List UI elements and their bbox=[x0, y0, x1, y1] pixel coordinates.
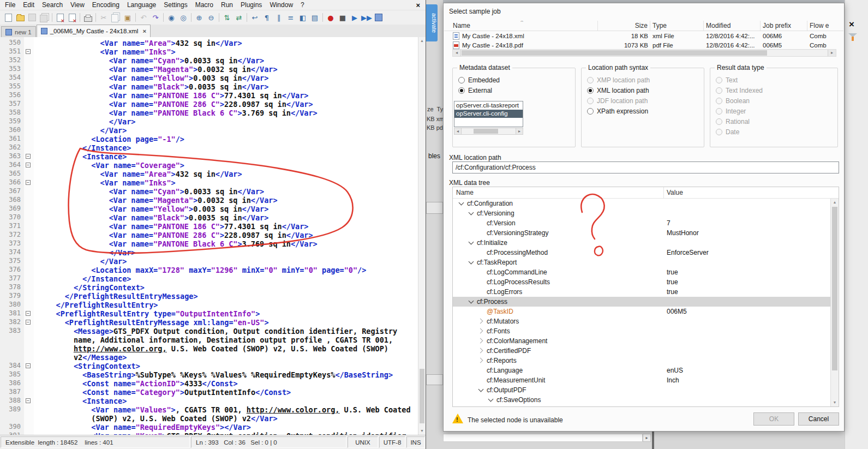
scroll-up-icon[interactable]: ▲ bbox=[418, 37, 426, 45]
expand-icon[interactable] bbox=[478, 319, 483, 324]
code-line-363[interactable]: 363−<Instance> bbox=[0, 152, 418, 161]
code-line-380[interactable]: 380</PreflightResultEntry> bbox=[0, 301, 418, 309]
tree-node-cf-mutators[interactable]: cf:Mutators bbox=[453, 316, 830, 326]
listbox-hscrollbar[interactable]: ◂ ▸ bbox=[454, 128, 523, 135]
code-line-367[interactable]: 367<Var name="Cyan">0.0033 sq in</Var> bbox=[0, 187, 418, 196]
tab-close-icon[interactable]: × bbox=[142, 28, 146, 34]
stop-recording-icon[interactable]: ■ bbox=[337, 12, 348, 23]
fold-collapse-icon[interactable]: − bbox=[26, 363, 31, 368]
code-line-357[interactable]: 357<Var name="PANTONE 286 C">228.0987 sq… bbox=[0, 100, 418, 109]
tree-node-cf-versioningstrategy[interactable]: cf:VersioningStrategyMustHonor bbox=[453, 228, 830, 238]
code-line-362[interactable]: 362</Instance> bbox=[0, 143, 418, 152]
indent-guide-icon[interactable]: ∥ bbox=[273, 12, 284, 23]
file-row[interactable]: My Castle - 24x18.xml18 KBxml File12/8/2… bbox=[444, 31, 843, 40]
radio-embedded[interactable]: Embedded bbox=[453, 75, 575, 85]
code-line-371[interactable]: 371<Var name="PANTONE 186 C">77.4301 sq … bbox=[0, 222, 418, 231]
radio-xml-location-path[interactable]: XML location path bbox=[582, 85, 704, 95]
save-macro-icon[interactable] bbox=[373, 12, 384, 23]
column-header-name[interactable]: Name^ bbox=[444, 21, 598, 31]
function-list-icon[interactable]: ≡ bbox=[285, 12, 296, 23]
tree-node-cf-logprocessresults[interactable]: cf:LogProcessResultstrue bbox=[453, 277, 830, 287]
collapse-icon[interactable] bbox=[488, 397, 494, 402]
code-line-381[interactable]: 381−<PreflightResultEntry type="OutputIn… bbox=[0, 309, 418, 318]
scroll-right-icon[interactable]: ▸ bbox=[516, 128, 523, 134]
tree-node-cf-fonts[interactable]: cf:Fonts bbox=[453, 326, 830, 336]
fold-collapse-icon[interactable]: − bbox=[26, 49, 31, 54]
scrollbar-thumb[interactable] bbox=[420, 369, 424, 423]
code-line-369[interactable]: 369<Var name="Yellow">0.003 sq in</Var> bbox=[0, 205, 418, 213]
tree-node-cf-certifiedpdf[interactable]: cf:CertifiedPDF bbox=[453, 346, 830, 356]
xml-location-path-input[interactable] bbox=[452, 161, 839, 173]
code-line-364[interactable]: 364−<Var name="Coverage"> bbox=[0, 161, 418, 170]
expand-icon[interactable] bbox=[478, 328, 483, 334]
scroll-right-icon[interactable]: ▸ bbox=[828, 50, 836, 56]
collapse-icon[interactable] bbox=[469, 259, 474, 265]
run-macro-multiple-icon[interactable]: ▶▶ bbox=[361, 12, 372, 23]
column-header-job-prefix[interactable]: Job prefix bbox=[761, 21, 807, 31]
scroll-right-icon[interactable]: ▸ bbox=[643, 434, 651, 442]
expand-icon[interactable] bbox=[478, 338, 483, 344]
menu-item-search[interactable]: Search bbox=[38, 1, 67, 9]
replace-icon[interactable]: ◎ bbox=[178, 12, 189, 23]
code-line-383[interactable]: 383<Message>GTS_PDFX Output condition, O… bbox=[0, 327, 418, 362]
tree-node-cf-language[interactable]: cf:LanguageenUS bbox=[453, 366, 830, 375]
code-area[interactable]: 350<Var name="Area">432 sq in</Var>351−<… bbox=[0, 37, 418, 435]
radio-external[interactable]: External bbox=[453, 85, 575, 95]
code-line-374[interactable]: 374</Var> bbox=[0, 248, 418, 257]
code-line-355[interactable]: 355<Var name="Black">0.0035 sq in</Var> bbox=[0, 82, 418, 91]
tree-vertical-scrollbar[interactable]: ▲ ▼ bbox=[830, 199, 839, 406]
code-line-389[interactable]: 389<Var name="Values">, CGATS TR 001, ht… bbox=[0, 405, 418, 423]
find-icon[interactable]: ◉ bbox=[166, 12, 177, 23]
menu-item-settings[interactable]: Settings bbox=[160, 1, 191, 9]
code-line-358[interactable]: 358<Var name="PANTONE Black 6 C">3.769 s… bbox=[0, 109, 418, 117]
tree-column-value[interactable]: Value bbox=[667, 189, 683, 196]
code-line-359[interactable]: 359</Var> bbox=[0, 117, 418, 126]
print-icon[interactable] bbox=[82, 12, 93, 23]
fold-collapse-icon[interactable]: − bbox=[26, 180, 31, 185]
collapse-icon[interactable] bbox=[459, 200, 464, 206]
code-line-353[interactable]: 353<Var name="Magenta">0.0032 sq in</Var… bbox=[0, 65, 418, 74]
zoom-out-icon[interactable]: ⊖ bbox=[206, 12, 217, 23]
code-line-368[interactable]: 368<Var name="Magenta">0.0032 sq in</Var… bbox=[0, 196, 418, 205]
collapse-icon[interactable] bbox=[469, 210, 474, 215]
code-line-382[interactable]: 382−<PreflightResultEntryMessage xml:lan… bbox=[0, 318, 418, 327]
scroll-left-icon[interactable]: ◂ bbox=[453, 50, 461, 56]
code-line-377[interactable]: 377</Instance> bbox=[0, 274, 418, 283]
tree-node-cf-logcommandline[interactable]: cf:LogCommandLinetrue bbox=[453, 267, 830, 277]
expand-icon[interactable] bbox=[478, 358, 483, 363]
tree-node--taskid[interactable]: @TaskID006M5 bbox=[453, 307, 830, 316]
document-list-icon[interactable]: ▤ bbox=[309, 12, 320, 23]
code-line-385[interactable]: 385<BaseString>%SubType% %Keys% %Values%… bbox=[0, 370, 418, 379]
code-line-372[interactable]: 372<Var name="PANTONE 286 C">228.0987 sq… bbox=[0, 231, 418, 240]
close-all-icon[interactable] bbox=[67, 12, 77, 23]
column-header-type[interactable]: Type bbox=[650, 21, 704, 31]
redo-icon[interactable]: ↷ bbox=[150, 12, 161, 23]
tree-node-cf-processingmethod[interactable]: cf:ProcessingMethodEnforceServer bbox=[453, 248, 830, 258]
scroll-down-icon[interactable]: ▼ bbox=[418, 427, 426, 435]
open-file-icon[interactable] bbox=[15, 12, 26, 23]
collapse-icon[interactable] bbox=[478, 387, 484, 392]
new-file-icon[interactable] bbox=[3, 12, 14, 23]
close-icon[interactable]: × bbox=[849, 20, 854, 29]
tree-node-cf-logerrors[interactable]: cf:LogErrorstrue bbox=[453, 287, 830, 297]
list-item-opserver-cli-taskreport[interactable]: opServer.cli-taskreport bbox=[454, 101, 523, 110]
record-macro-icon[interactable]: ● bbox=[325, 12, 336, 23]
menu-item-plugins[interactable]: Plugins bbox=[237, 1, 266, 9]
show-all-characters-icon[interactable]: ¶ bbox=[261, 12, 272, 23]
code-line-351[interactable]: 351−<Var name="Inks"> bbox=[0, 47, 418, 56]
tree-node-cf-process[interactable]: cf:Process bbox=[453, 297, 830, 307]
tree-node-cf-taskreport[interactable]: cf:TaskReport bbox=[453, 258, 830, 267]
code-line-354[interactable]: 354<Var name="Yellow">0.003 sq in</Var> bbox=[0, 74, 418, 82]
tree-node-cf-colormanagement[interactable]: cf:ColorManagement bbox=[453, 336, 830, 346]
playback-macro-icon[interactable]: ▶ bbox=[349, 12, 360, 23]
tab-active-document[interactable]: _006M6_My Castle - 24x18.xml× bbox=[37, 25, 151, 37]
fold-collapse-icon[interactable]: − bbox=[26, 398, 31, 403]
list-item-opserver-cli-config[interactable]: opServer.cli-config bbox=[454, 110, 523, 118]
close-file-icon[interactable] bbox=[55, 12, 65, 23]
menu-item-encoding[interactable]: Encoding bbox=[88, 1, 123, 9]
code-line-360[interactable]: 360</Var> bbox=[0, 126, 418, 135]
collapse-icon[interactable] bbox=[469, 240, 474, 245]
menu-item-file[interactable]: File bbox=[1, 1, 19, 9]
scroll-up-icon[interactable]: ▲ bbox=[831, 199, 839, 206]
scroll-down-icon[interactable]: ▼ bbox=[831, 399, 839, 406]
